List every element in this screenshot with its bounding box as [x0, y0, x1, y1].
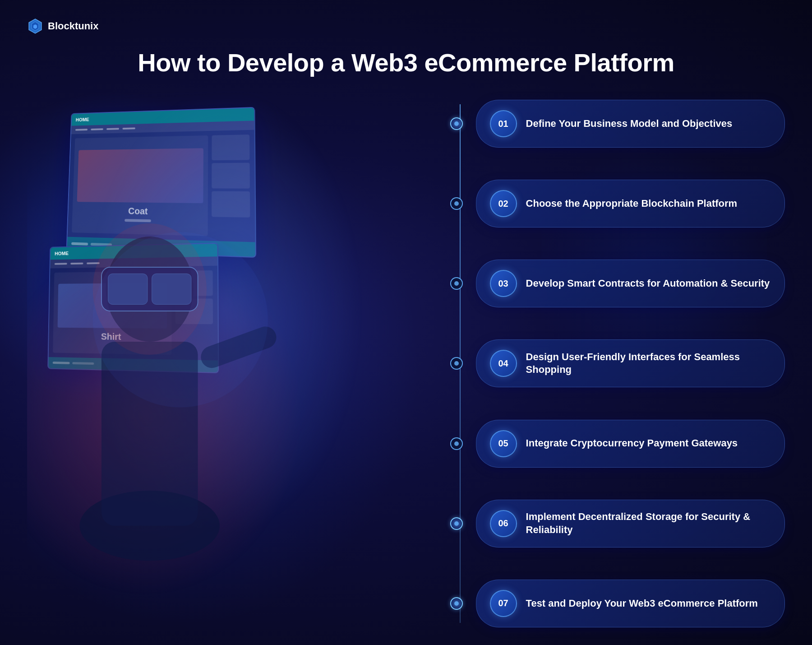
- step-badge-1: 01: [490, 110, 517, 137]
- timeline-card-5: 05 Integrate Cryptocurrency Payment Gate…: [476, 420, 785, 468]
- timeline-item-5: 05 Integrate Cryptocurrency Payment Gate…: [439, 420, 785, 468]
- step-badge-4: 04: [490, 350, 517, 377]
- step-text-5: Integrate Cryptocurrency Payment Gateway…: [526, 437, 738, 450]
- image-area: HOME Coat: [27, 100, 421, 627]
- dot-inner-5: [454, 441, 459, 446]
- step-badge-6: 06: [490, 510, 517, 537]
- timeline-dot-5: [450, 437, 463, 450]
- step-text-1: Define Your Business Model and Objective…: [526, 117, 733, 130]
- logo: Blocktunix: [27, 18, 785, 34]
- timeline-item-7: 07 Test and Deploy Your Web3 eCommerce P…: [439, 580, 785, 627]
- dot-container-6: [446, 517, 467, 530]
- step-text-6: Implement Decentralized Storage for Secu…: [526, 510, 771, 536]
- dot-inner-3: [454, 281, 459, 286]
- step-badge-7: 07: [490, 590, 517, 617]
- dot-container-7: [446, 597, 467, 610]
- timeline-card-1: 01 Define Your Business Model and Object…: [476, 100, 785, 148]
- timeline-dot-1: [450, 117, 463, 130]
- step-text-7: Test and Deploy Your Web3 eCommerce Plat…: [526, 597, 758, 610]
- timeline-item-3: 03 Develop Smart Contracts for Automatio…: [439, 260, 785, 307]
- timeline-item-2: 02 Choose the Appropriate Blockchain Pla…: [439, 180, 785, 227]
- dot-container-4: [446, 357, 467, 370]
- dot-inner-7: [454, 601, 459, 606]
- timeline-card-6: 06 Implement Decentralized Storage for S…: [476, 500, 785, 548]
- page-title: How to Develop a Web3 eCommerce Platform: [27, 48, 785, 77]
- timeline-item-4: 04 Design User-Friendly Interfaces for S…: [439, 339, 785, 387]
- timeline-card-7: 07 Test and Deploy Your Web3 eCommerce P…: [476, 580, 785, 627]
- dot-inner-1: [454, 121, 459, 126]
- timeline-card-2: 02 Choose the Appropriate Blockchain Pla…: [476, 180, 785, 227]
- timeline-area: 01 Define Your Business Model and Object…: [421, 100, 785, 627]
- svg-point-11: [93, 232, 268, 407]
- timeline-dot-3: [450, 277, 463, 290]
- dot-inner-2: [454, 201, 459, 206]
- timeline-item-1: 01 Define Your Business Model and Object…: [439, 100, 785, 148]
- main-container: Blocktunix How to Develop a Web3 eCommer…: [0, 0, 812, 645]
- dot-container-3: [446, 277, 467, 290]
- content-area: HOME Coat: [27, 100, 785, 627]
- step-text-4: Design User-Friendly Interfaces for Seam…: [526, 351, 771, 376]
- step-badge-3: 03: [490, 270, 517, 297]
- dot-inner-6: [454, 521, 459, 526]
- timeline-dot-2: [450, 197, 463, 210]
- timeline-dot-7: [450, 597, 463, 610]
- dot-inner-4: [454, 361, 459, 366]
- timeline-dot-4: [450, 357, 463, 370]
- timeline-card-3: 03 Develop Smart Contracts for Automatio…: [476, 260, 785, 307]
- dot-container-2: [446, 197, 467, 210]
- timeline-item-6: 06 Implement Decentralized Storage for S…: [439, 500, 785, 548]
- dot-container-1: [446, 117, 467, 130]
- timeline-card-4: 04 Design User-Friendly Interfaces for S…: [476, 339, 785, 387]
- step-text-3: Develop Smart Contracts for Automation &…: [526, 277, 770, 290]
- step-text-2: Choose the Appropriate Blockchain Platfo…: [526, 197, 738, 210]
- logo-text: Blocktunix: [48, 20, 98, 32]
- dot-container-5: [446, 437, 467, 450]
- timeline-dot-6: [450, 517, 463, 530]
- logo-icon: [27, 18, 43, 34]
- step-badge-2: 02: [490, 190, 517, 217]
- vr-person-svg: [27, 100, 421, 627]
- step-badge-5: 05: [490, 430, 517, 457]
